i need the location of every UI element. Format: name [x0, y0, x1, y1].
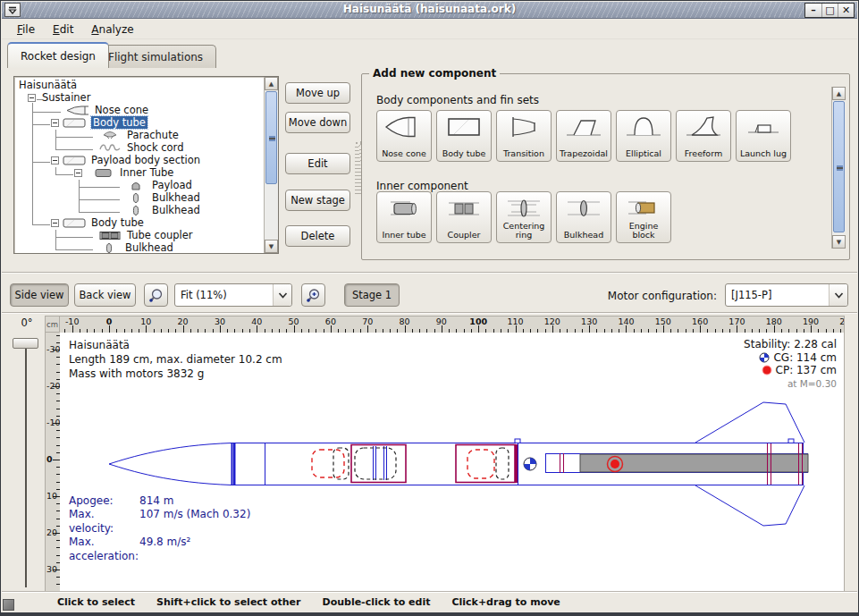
payload-icon	[125, 181, 147, 190]
maximize-button[interactable]: □	[821, 4, 838, 17]
tree-scrollbar[interactable]: ▲ ▼	[264, 77, 278, 253]
coupler-icon	[443, 195, 484, 222]
component-button-engine-block[interactable]: Engine block	[616, 191, 671, 243]
v-ruler: -30-20-100102030	[45, 333, 60, 592]
tree-item-body-tube-aft[interactable]: Body tube	[14, 216, 264, 229]
transition-icon	[503, 114, 544, 140]
component-button-nose-cone[interactable]: Nose cone	[376, 110, 432, 162]
separator	[2, 312, 857, 314]
status-bar: Click to select Shift+click to select ot…	[2, 591, 857, 612]
body-tube-icon	[63, 118, 86, 128]
centering-ring-icon	[503, 195, 544, 222]
delete-button[interactable]: Delete	[285, 225, 350, 247]
rotation-slider[interactable]	[25, 340, 27, 587]
component-button-launch-lug[interactable]: Launch lug	[736, 110, 791, 162]
tree-item-bulkhead[interactable]: Bulkhead	[14, 191, 264, 204]
tree-item-bulkhead[interactable]: Bulkhead	[14, 204, 264, 216]
ruler-unit-label: cm	[45, 316, 60, 333]
tree-item-payload-body-section[interactable]: Payload body section	[14, 154, 264, 166]
cp-icon	[762, 365, 772, 376]
close-button[interactable]: ✕	[838, 4, 854, 17]
move-down-button[interactable]: Move down	[285, 112, 350, 133]
tree-item-shock-cord[interactable]: Shock cord	[14, 141, 264, 154]
parachute-icon	[98, 131, 122, 140]
splitter-grip[interactable]	[355, 141, 361, 195]
hint-click-drag: Click+drag to move	[451, 596, 560, 608]
tree-item-parachute[interactable]: Parachute	[14, 129, 264, 141]
tree-item-payload[interactable]: Payload	[14, 179, 264, 191]
minimize-button[interactable]: –	[805, 4, 821, 17]
shock-cord-icon	[98, 143, 122, 153]
bulkhead-icon	[98, 243, 120, 253]
tab-flight-simulations[interactable]: Flight simulations	[95, 45, 216, 68]
tree-item-rocket[interactable]: Haisunäätä	[14, 79, 264, 91]
component-button-trapezoidal-fin[interactable]: Trapezoidal	[556, 110, 611, 162]
side-view-button[interactable]: Side view	[10, 283, 69, 307]
menu-file[interactable]: File	[9, 21, 43, 38]
component-button-bulkhead[interactable]: Bulkhead	[556, 191, 611, 243]
zoom-out-icon	[148, 288, 164, 303]
tree-item-nose-cone[interactable]: Nose cone	[14, 104, 264, 116]
nose-cone-icon	[66, 105, 89, 115]
nose-cone-icon	[383, 114, 425, 140]
flight-summary: Apogee:814 m Max. velocity:107 m/s (Mach…	[69, 494, 250, 564]
group-title: Add new component	[369, 67, 500, 80]
menu-analyze[interactable]: Analyze	[83, 21, 141, 38]
tree-item-tube-coupler[interactable]: Tube coupler	[14, 229, 264, 241]
tree-item-inner-tube[interactable]: Inner Tube	[14, 166, 264, 179]
collapse-icon[interactable]	[28, 94, 36, 102]
title-bar[interactable]: Haisunäätä (haisunaata.ork) – □ ✕	[2, 2, 857, 19]
component-button-freeform-fin[interactable]: Freeform	[676, 110, 731, 162]
freeform-fin-icon	[683, 114, 724, 140]
component-button-coupler[interactable]: Coupler	[436, 191, 492, 243]
rocket-canvas[interactable]: Haisunäätä Length 189 cm, max. diameter …	[60, 333, 845, 592]
tree-item-body-tube-selected[interactable]: Body tube	[14, 116, 264, 129]
zoom-level-select[interactable]: Fit (11%)	[174, 283, 292, 307]
rocket-info: Haisunäätä Length 189 cm, max. diameter …	[69, 338, 282, 381]
hint-click-select: Click to select	[57, 596, 135, 608]
component-button-centering-ring[interactable]: Centering ring	[496, 191, 552, 243]
component-tree: Haisunäätä Sustainer Nose cone Body	[13, 76, 279, 254]
stability-info: Stability: 2.28 cal CG: 114 cm CP: 137 c…	[744, 338, 837, 390]
body-components-label: Body components and fin sets	[376, 94, 539, 106]
menu-edit[interactable]: Edit	[45, 21, 81, 38]
apogee-value: 814 m	[139, 494, 173, 509]
component-button-inner-tube[interactable]: Inner tube	[376, 191, 432, 243]
motor-configuration-label: Motor configuration:	[608, 290, 717, 302]
inner-tube-icon	[93, 168, 114, 178]
hint-double-click: Double-click to edit	[323, 596, 431, 608]
new-stage-button[interactable]: New stage	[285, 190, 350, 211]
rocket-dimensions: Length 189 cm, max. diameter 10.2 cm	[69, 352, 282, 367]
tube-coupler-icon	[98, 231, 122, 240]
zoom-in-button[interactable]	[301, 283, 325, 307]
edit-button[interactable]: Edit	[285, 153, 350, 174]
rotation-angle-label: 0°	[13, 316, 40, 329]
component-panel-scrollbar[interactable]: ▲ ▼	[831, 87, 846, 249]
separator	[2, 272, 857, 274]
window-title: Haisunäätä (haisunaata.ork)	[2, 3, 857, 15]
collapse-icon[interactable]	[51, 119, 59, 127]
tree-item-bulkhead[interactable]: Bulkhead	[14, 241, 264, 254]
stage-1-toggle[interactable]: Stage 1	[344, 283, 400, 307]
inner-tube-icon	[383, 195, 425, 222]
motor-configuration-select[interactable]: [J115-P]	[725, 283, 848, 307]
move-up-button[interactable]: Move up	[285, 82, 350, 104]
cg-marker	[524, 458, 536, 470]
back-view-button[interactable]: Back view	[74, 283, 136, 307]
zoom-out-button[interactable]	[144, 283, 168, 307]
component-button-transition[interactable]: Transition	[496, 110, 552, 162]
tree-rows: Haisunäätä Sustainer Nose cone Body	[14, 79, 264, 253]
tab-rocket-design[interactable]: Rocket design	[7, 42, 109, 68]
menu-bar: File Edit Analyze	[2, 20, 857, 39]
max-velocity-value: 107 m/s (Mach 0.32)	[139, 508, 250, 536]
collapse-icon[interactable]	[74, 169, 82, 177]
component-button-elliptical-fin[interactable]: Elliptical	[616, 110, 671, 162]
cg-icon	[759, 352, 770, 363]
tree-item-sustainer[interactable]: Sustainer	[14, 91, 264, 104]
collapse-icon[interactable]	[51, 156, 59, 165]
component-button-body-tube[interactable]: Body tube	[436, 110, 492, 162]
collapse-icon[interactable]	[51, 219, 59, 227]
rotation-slider-handle[interactable]	[13, 338, 38, 349]
resize-grip[interactable]	[3, 599, 14, 611]
stability-value: Stability: 2.28 cal	[744, 338, 837, 351]
